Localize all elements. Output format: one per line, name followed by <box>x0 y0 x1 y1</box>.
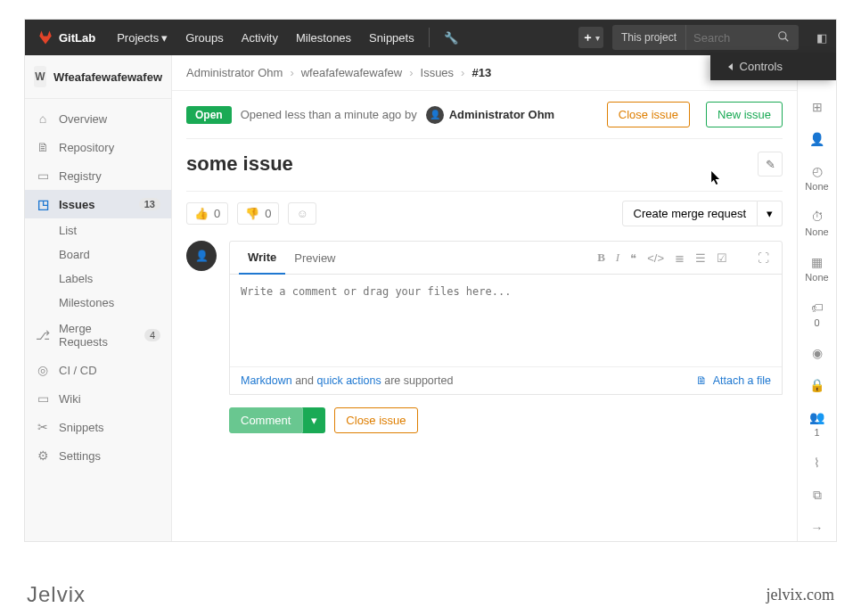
sidebar-item-overview[interactable]: ⌂Overview <box>25 104 171 133</box>
comment-dropdown[interactable]: ▾ <box>302 407 325 433</box>
opened-text: Opened less than a minute ago by <box>241 108 417 121</box>
issue-aside: « ⊞ 👤 ◴None ⏱None ▦None 🏷0 ◉ 🔒 👥1 ⌇ ⧉ → <box>797 55 836 541</box>
snippets-icon: ✂ <box>36 420 50 434</box>
sidebar-item-cicd[interactable]: ◎CI / CD <box>25 356 171 384</box>
quote-icon[interactable]: ❝ <box>630 251 636 265</box>
thumbs-up-button[interactable]: 👍0 <box>186 202 228 225</box>
sidebar-item-settings[interactable]: ⚙Settings <box>25 441 171 470</box>
open-badge: Open <box>186 106 232 124</box>
arrow-right-icon: → <box>811 521 824 535</box>
sidebar-item-issues[interactable]: ◳Issues13 <box>25 190 171 218</box>
user-icon: 👤 <box>809 132 824 146</box>
reaction-row: 👍0 👎0 ☺ Create merge request ▾ <box>172 192 797 241</box>
project-switch-icon[interactable]: ◧ <box>808 31 836 45</box>
gitlab-logo[interactable]: GitLab <box>25 29 108 45</box>
tab-write[interactable]: Write <box>239 242 285 275</box>
sidebar-sub-milestones[interactable]: Milestones <box>25 291 171 315</box>
sidebar-item-merge-requests[interactable]: ⎇Merge Requests4 <box>25 315 171 356</box>
fullscreen-icon[interactable]: ⛶ <box>758 251 769 265</box>
thumbs-down-icon: 👎 <box>245 207 259 220</box>
markdown-help-link[interactable]: Markdown <box>241 374 292 387</box>
thumbs-down-button[interactable]: 👎0 <box>237 202 279 225</box>
controls-overlay[interactable]: Controls <box>710 53 836 80</box>
sidebar-sub-labels[interactable]: Labels <box>25 267 171 291</box>
calendar-icon: ▦ <box>811 255 823 269</box>
code-icon[interactable]: </> <box>647 251 664 265</box>
crumb-1[interactable]: wfeafafewafewafew <box>301 66 402 79</box>
aside-reference[interactable]: ⧉ <box>798 480 836 510</box>
home-icon: ⌂ <box>36 111 50 126</box>
admin-wrench[interactable]: 🔧 <box>435 31 467 45</box>
toolbar-icons: B I ❝ </> ≣ ☰ ☑ ⛶ <box>597 251 773 265</box>
issue-title: some issue <box>186 152 293 176</box>
sidebar-project-header[interactable]: W Wfeafafewafewafew <box>25 55 171 99</box>
create-merge-request-dropdown[interactable]: ▾ <box>758 201 783 226</box>
nav-projects[interactable]: Projects▾ <box>108 20 176 55</box>
brand-logo: Jelvix <box>27 582 86 607</box>
aside-assignee[interactable]: 👤 <box>798 125 836 153</box>
sidebar-sub-list[interactable]: List <box>25 218 171 242</box>
task-icon[interactable]: ☑ <box>717 251 727 265</box>
comment-button[interactable]: Comment <box>229 407 302 433</box>
crumb-0[interactable]: Administrator Ohm <box>186 66 283 79</box>
sidebar-item-snippets[interactable]: ✂Snippets <box>25 413 171 441</box>
comment-textarea[interactable] <box>230 275 782 364</box>
sidebar-item-registry[interactable]: ▭Registry <box>25 161 171 190</box>
wrench-icon: 🔧 <box>444 31 458 45</box>
quick-actions-link[interactable]: quick actions <box>316 374 381 387</box>
thumbs-up-icon: 👍 <box>194 207 209 220</box>
add-reaction-button[interactable]: ☺ <box>288 202 316 225</box>
lock-icon: 🔒 <box>809 378 824 392</box>
ul-icon[interactable]: ≣ <box>675 251 685 265</box>
comment-box: Write Preview B I ❝ </> ≣ ☰ ☑ <box>229 241 783 395</box>
search-icon[interactable] <box>768 30 799 45</box>
new-issue-button[interactable]: New issue <box>706 102 783 127</box>
chevron-down-icon: ▾ <box>161 31 168 45</box>
crumb-3: #13 <box>472 66 491 79</box>
sidebar-item-wiki[interactable]: ▭Wiki <box>25 384 171 413</box>
gear-icon: ⚙ <box>36 448 50 463</box>
aside-notifications[interactable]: ⌇ <box>798 448 836 477</box>
create-merge-request-button[interactable]: Create merge request <box>622 201 758 226</box>
nav-divider <box>429 28 430 47</box>
new-dropdown[interactable]: ＋▾ <box>578 27 603 48</box>
close-issue-button-bottom[interactable]: Close issue <box>334 407 417 433</box>
bold-icon[interactable]: B <box>597 251 605 265</box>
ol-icon[interactable]: ☰ <box>695 251 706 265</box>
nav-activity[interactable]: Activity <box>233 20 287 55</box>
close-issue-button-top[interactable]: Close issue <box>607 102 690 127</box>
aside-milestone[interactable]: ◴None <box>798 157 836 199</box>
tab-preview[interactable]: Preview <box>285 242 344 274</box>
stopwatch-icon: ⏱ <box>811 209 824 224</box>
mr-count-badge: 4 <box>144 329 160 341</box>
aside-lock[interactable]: 🔒 <box>798 371 836 399</box>
chevron-down-icon: ▾ <box>311 414 317 427</box>
copy-icon: ⧉ <box>813 488 822 503</box>
svg-point-0 <box>779 31 786 38</box>
tags-icon: 🏷 <box>811 300 824 315</box>
merge-icon: ⎇ <box>36 328 50 342</box>
nav-groups[interactable]: Groups <box>176 20 233 55</box>
attach-file-button[interactable]: 🗎Attach a file <box>696 374 771 387</box>
search-scope[interactable]: This project <box>612 25 686 50</box>
aside-participants[interactable]: 👥1 <box>798 403 836 445</box>
author-chip[interactable]: 👤 Administrator Ohm <box>426 106 554 124</box>
sidebar-sub-board[interactable]: Board <box>25 242 171 267</box>
aside-timetracking[interactable]: ⏱None <box>798 202 836 244</box>
search-input[interactable] <box>686 31 768 45</box>
nav-milestones[interactable]: Milestones <box>287 20 360 55</box>
aside-labels[interactable]: 🏷0 <box>798 293 836 335</box>
sidebar-item-repository[interactable]: 🗎Repository <box>25 133 171 161</box>
ci-icon: ◎ <box>36 363 50 377</box>
aside-move[interactable]: → <box>798 513 836 542</box>
brand-label: GitLab <box>59 31 95 45</box>
aside-confidential[interactable]: ◉ <box>798 339 836 367</box>
status-row: Open Opened less than a minute ago by 👤 … <box>172 91 797 138</box>
brand-url: jelvix.com <box>767 586 834 604</box>
edit-issue-button[interactable]: ✎ <box>758 152 783 177</box>
aside-duedate[interactable]: ▦None <box>798 248 836 290</box>
aside-add[interactable]: ⊞ <box>798 93 836 121</box>
crumb-2[interactable]: Issues <box>421 66 455 79</box>
italic-icon[interactable]: I <box>616 251 619 265</box>
nav-snippets[interactable]: Snippets <box>360 20 423 55</box>
